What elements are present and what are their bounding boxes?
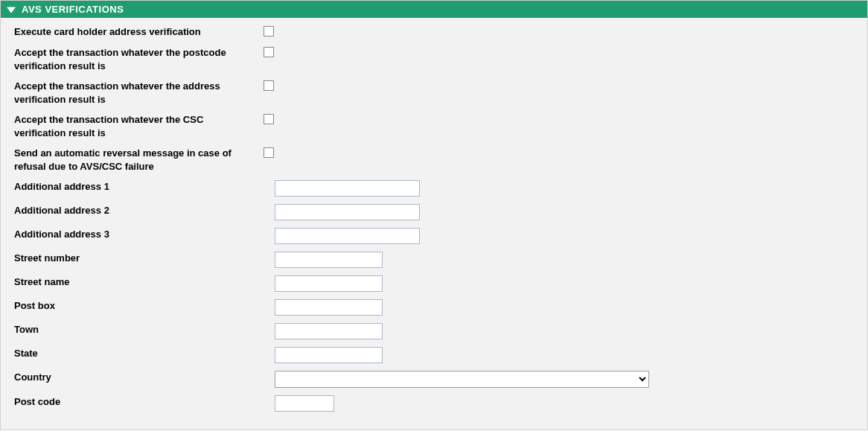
panel-body: Execute card holder address verification… [1, 18, 867, 430]
label-accept-csc: Accept the transaction whatever the CSC … [14, 113, 264, 139]
label-addr3: Additional address 3 [14, 228, 275, 241]
label-town: Town [14, 323, 275, 336]
input-addr1[interactable] [275, 180, 420, 197]
row-streetnum: Street number [14, 252, 854, 268]
label-streetname: Street name [14, 275, 275, 289]
row-addr3: Additional address 3 [14, 228, 854, 244]
checkbox-accept-address[interactable] [264, 80, 274, 91]
collapse-down-icon [7, 5, 16, 14]
row-accept-address: Accept the transaction whatever the addr… [14, 80, 854, 106]
row-execute-verification: Execute card holder address verification [14, 25, 854, 39]
select-country[interactable] [275, 371, 649, 388]
row-state: State [14, 347, 854, 363]
row-town: Town [14, 323, 854, 339]
row-accept-postcode: Accept the transaction whatever the post… [14, 46, 854, 72]
checkbox-accept-postcode[interactable] [264, 47, 274, 57]
label-addr2: Additional address 2 [14, 204, 275, 217]
checkbox-auto-reversal[interactable] [264, 147, 274, 158]
label-postbox: Post box [14, 299, 275, 313]
label-country: Country [14, 371, 275, 384]
row-addr1: Additional address 1 [14, 180, 854, 197]
input-streetnum[interactable] [275, 252, 383, 268]
avs-verifications-panel: AVS VERIFICATIONS Execute card holder ad… [0, 0, 868, 430]
label-auto-reversal: Send an automatic reversal message in ca… [14, 147, 264, 173]
input-town[interactable] [275, 323, 383, 339]
label-streetnum: Street number [14, 252, 275, 265]
input-postbox[interactable] [275, 299, 383, 316]
input-streetname[interactable] [275, 275, 383, 292]
row-country: Country [14, 371, 854, 388]
input-addr3[interactable] [275, 228, 420, 244]
checkbox-accept-csc[interactable] [264, 114, 274, 124]
row-streetname: Street name [14, 275, 854, 292]
label-accept-address: Accept the transaction whatever the addr… [14, 80, 264, 106]
input-postcode[interactable] [275, 395, 334, 412]
label-postcode: Post code [14, 395, 275, 409]
row-accept-csc: Accept the transaction whatever the CSC … [14, 113, 854, 139]
svg-marker-0 [7, 7, 16, 13]
label-state: State [14, 347, 275, 360]
row-postbox: Post box [14, 299, 854, 316]
input-state[interactable] [275, 347, 383, 363]
row-addr2: Additional address 2 [14, 204, 854, 220]
panel-header[interactable]: AVS VERIFICATIONS [1, 1, 867, 18]
label-addr1: Additional address 1 [14, 180, 275, 194]
row-auto-reversal: Send an automatic reversal message in ca… [14, 147, 854, 173]
label-accept-postcode: Accept the transaction whatever the post… [14, 46, 264, 72]
label-execute-verification: Execute card holder address verification [14, 25, 264, 39]
input-addr2[interactable] [275, 204, 420, 220]
checkbox-execute-verification[interactable] [264, 26, 274, 36]
panel-title: AVS VERIFICATIONS [22, 4, 124, 15]
row-postcode: Post code [14, 395, 854, 412]
